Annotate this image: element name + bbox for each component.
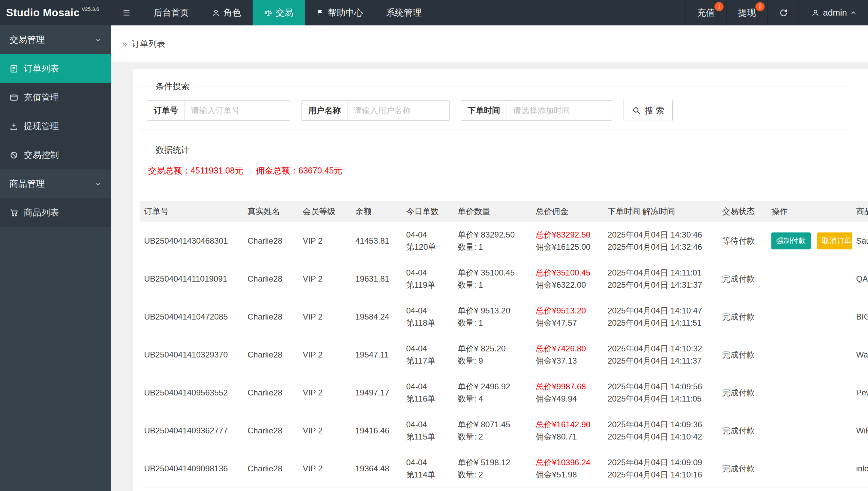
order-list-icon — [9, 64, 18, 73]
cell-actions — [767, 336, 852, 374]
table-header-row: 订单号真实姓名会员等级余额今日单数单价数量总价佣金下单时间 解冻时间交易状态操作… — [140, 201, 868, 222]
cell-order-no: UB2504041430468301 — [140, 222, 243, 260]
top-navbar: Studio Mosaic V25.3.6 后台首页 角色 交易 帮助中心 — [0, 0, 868, 25]
order-no-input[interactable] — [185, 101, 290, 120]
cell-vip-level: VIP 2 — [298, 450, 351, 488]
user-menu[interactable]: admin — [800, 0, 868, 25]
nav-item-roles[interactable]: 角色 — [200, 0, 253, 25]
sidebar: 交易管理 订单列表 充值管理 提现管理 交 — [0, 25, 111, 491]
cell-today-orders: 04-04 第118单 — [402, 298, 453, 336]
brand-name: Studio Mosaic — [6, 7, 80, 19]
column-header: 交易状态 — [718, 201, 767, 222]
cell-balance: 19497.17 — [351, 374, 402, 412]
cell-order-no: UB2504041409362777 — [140, 412, 243, 450]
cell-today-orders: 04-04 第119单 — [402, 260, 453, 298]
withdraw-button[interactable]: 提现 0 — [726, 0, 767, 25]
sidebar-item-product-list[interactable]: 商品列表 — [0, 198, 111, 227]
cell-actions — [767, 450, 852, 488]
cell-product-name: BIGO — [852, 298, 868, 336]
cell-unit-price-qty: 单价¥ 5198.12 数量: 2 — [453, 450, 531, 488]
search-legend: 条件搜索 — [152, 81, 193, 92]
sidebar-item-label: 商品列表 — [24, 207, 59, 219]
sidebar-item-label: 订单列表 — [24, 63, 59, 75]
order-time-field-group: 下单时间 — [461, 100, 612, 121]
sidebar-item-recharge-management[interactable]: 充值管理 — [0, 83, 111, 112]
cell-total-commission: 总价¥10396.24 佣金¥51.98 — [531, 450, 603, 488]
cell-actions — [767, 412, 852, 450]
sidebar-item-label: 充值管理 — [24, 91, 59, 103]
cell-product-name: War c — [852, 336, 868, 374]
cell-today-orders: 04-04 第117单 — [402, 336, 453, 374]
main-menu: 后台首页 角色 交易 帮助中心 系统管理 — [142, 0, 433, 25]
cell-product-name: PewD — [852, 374, 868, 412]
nav-item-help-center[interactable]: 帮助中心 — [305, 0, 375, 25]
nav-item-label: 系统管理 — [386, 7, 421, 19]
chevron-down-icon — [95, 37, 101, 43]
user-icon — [212, 9, 220, 17]
cell-order-time: 2025年04月04日 14:10:47 2025年04月04日 14:11:5… — [603, 298, 718, 336]
cell-order-no: UB2504041410472085 — [140, 298, 243, 336]
stats-legend: 数据统计 — [152, 144, 193, 156]
navbar-right: 充值 1 提现 0 admin — [685, 0, 868, 25]
commission-total-label: 佣金总额： — [256, 166, 298, 175]
cancel-order-button[interactable]: 取消订单 — [817, 232, 852, 249]
cell-trade-status: 完成付款 — [718, 374, 767, 412]
user-icon — [811, 9, 820, 17]
column-header: 今日单数 — [402, 201, 453, 222]
cell-real-name — [243, 488, 298, 491]
stats-fieldset: 数据统计 交易总额：4511931.08元佣金总额：63670.45元 — [140, 144, 848, 186]
sidebar-item-withdraw-management[interactable]: 提现管理 — [0, 112, 111, 141]
sidebar-group-product-management[interactable]: 商品管理 — [0, 169, 111, 198]
withdraw-label: 提现 — [738, 7, 756, 19]
recharge-button[interactable]: 充值 1 — [685, 0, 726, 25]
chevron-up-icon — [850, 10, 856, 16]
cell-vip-level: VIP 2 — [298, 298, 351, 336]
cell-today-orders: 04-04 第114单 — [402, 450, 453, 488]
cell-total-commission: 总价¥9987.68 佣金¥49.94 — [531, 374, 603, 412]
trade-total-value: 4511931.08元 — [191, 166, 243, 175]
column-header: 下单时间 解冻时间 — [603, 201, 718, 222]
force-pay-button[interactable]: 强制付款 — [771, 232, 811, 249]
order-time-input[interactable] — [507, 101, 612, 120]
refresh-button[interactable] — [767, 0, 800, 25]
cell-real-name: Charlie28 — [243, 298, 298, 336]
cell-balance: 19364.48 — [351, 450, 402, 488]
cell-actions — [767, 260, 852, 298]
stats-line: 交易总额：4511931.08元佣金总额：63670.45元 — [147, 164, 841, 178]
search-button[interactable]: 搜 索 — [624, 100, 673, 121]
cell-real-name: Charlie28 — [243, 374, 298, 412]
cell-today-orders: 04-04 — [402, 488, 453, 491]
cell-actions — [767, 298, 852, 336]
sidebar-item-trade-control[interactable]: 交易控制 — [0, 141, 111, 169]
trade-total-label: 交易总额： — [148, 166, 191, 175]
page-title: 订单列表 — [132, 38, 165, 49]
cell-trade-status — [718, 488, 767, 491]
nav-item-home[interactable]: 后台首页 — [142, 0, 200, 25]
cell-actions — [767, 374, 852, 412]
table-row: UB2504041409563552 Charlie28 VIP 2 19497… — [140, 374, 868, 412]
sidebar-group-trade-management[interactable]: 交易管理 — [0, 25, 111, 54]
search-fieldset: 条件搜索 订单号 用户名称 下单时间 — [140, 81, 848, 129]
nav-item-trade[interactable]: 交易 — [253, 0, 305, 25]
cell-balance: 19631.81 — [351, 260, 402, 298]
brand-version: V25.3.6 — [82, 6, 99, 12]
recharge-icon — [9, 93, 18, 102]
nav-item-label: 帮助中心 — [328, 7, 363, 19]
commission-total-value: 63670.45元 — [298, 166, 342, 175]
order-time-label: 下单时间 — [461, 101, 507, 120]
brand-logo[interactable]: Studio Mosaic V25.3.6 — [0, 0, 111, 25]
cell-product-name: WiFi — [852, 412, 868, 450]
cell-vip-level: VIP 2 — [298, 374, 351, 412]
sidebar-item-order-list[interactable]: 订单列表 — [0, 54, 111, 83]
hamburger-icon — [122, 8, 131, 17]
table-row: 04-04 单价¥ 1444.21 总价¥7221.05 — [140, 488, 868, 491]
main-area: » 订单列表 条件搜索 订单号 用户名称 — [111, 25, 868, 491]
orders-table: 订单号真实姓名会员等级余额今日单数单价数量总价佣金下单时间 解冻时间交易状态操作… — [140, 201, 868, 491]
cell-balance: 19584.24 — [351, 298, 402, 336]
sidebar-group-label: 商品管理 — [9, 178, 45, 190]
user-name-input[interactable] — [348, 101, 449, 120]
cell-today-orders: 04-04 第116单 — [402, 374, 453, 412]
cell-order-time: 2025年04月04日 14:09:56 2025年04月04日 14:11:0… — [603, 374, 718, 412]
sidebar-toggle-button[interactable] — [111, 0, 142, 25]
nav-item-system[interactable]: 系统管理 — [375, 0, 433, 25]
